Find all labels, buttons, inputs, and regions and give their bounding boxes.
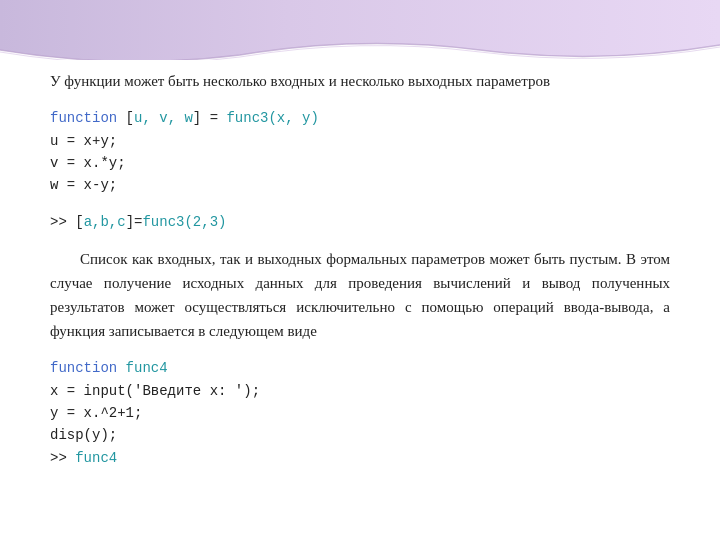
code2-line-3: y = x.^2+1; [50,402,670,424]
code2-line-5: >> func4 [50,447,670,469]
description-paragraph: Список как входных, так и выходных форма… [50,247,670,343]
code2-input-line: x = input('Введите x: '); [50,383,260,399]
code2-funcname: func4 [117,360,167,376]
code-block-1: function [u, v, w] = func3(x, y) u = x+y… [50,107,670,197]
main-content: У функции может быть несколько входных и… [0,0,720,489]
code-line-2: u = x+y; [50,130,670,152]
indent-space [50,247,80,271]
code2-y-line: y = x.^2+1; [50,405,142,421]
code-line-1: function [u, v, w] = func3(x, y) [50,107,670,129]
intro-paragraph: У функции может быть несколько входных и… [50,70,670,93]
description-text: Список как входных, так и выходных форма… [50,251,670,339]
code2-line-4: disp(y); [50,424,670,446]
code-call-line: >> [a,b,c]=func3(2,3) [50,211,670,233]
code-funcname-1: func3 [226,110,268,126]
code-line-3: v = x.*y; [50,152,670,174]
code-v-line: v = x.*y; [50,155,126,171]
code-w-line: w = x-y; [50,177,117,193]
call-vars: a,b,c [84,214,126,230]
code-block-2: function func4 x = input('Введите x: ');… [50,357,670,469]
call-bracket-close: ]= [126,214,143,230]
code-block-call: >> [a,b,c]=func3(2,3) [50,211,670,233]
code-bracket-close-1: ] = [193,110,227,126]
code-params-1: u, v, w [134,110,193,126]
code-args-1: (x, y) [268,110,318,126]
prompt-2: >> [50,450,75,466]
code2-call: func4 [75,450,117,466]
code-u-line: u = x+y; [50,133,117,149]
code2-line-2: x = input('Введите x: '); [50,380,670,402]
keyword-function-1: function [50,110,117,126]
code2-disp-line: disp(y); [50,427,117,443]
prompt-1: >> [50,214,75,230]
code-line-4: w = x-y; [50,174,670,196]
call-bracket-open: [ [75,214,83,230]
call-funcname: func3 [142,214,184,230]
code-bracket-open-1: [ [117,110,134,126]
intro-text: У функции может быть несколько входных и… [50,73,550,89]
keyword-function-2: function [50,360,117,376]
code2-line-1: function func4 [50,357,670,379]
call-args: (2,3) [184,214,226,230]
